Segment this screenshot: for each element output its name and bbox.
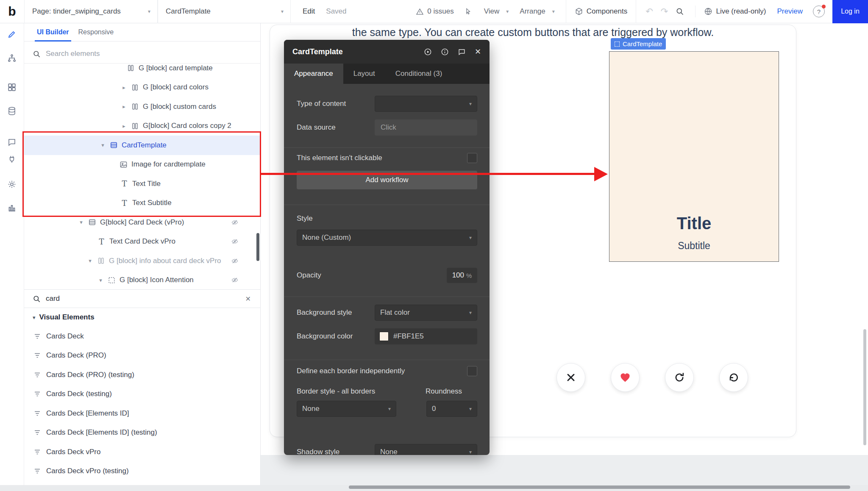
tree-item[interactable]: ▾ G [block] info about card deck vPro — [24, 251, 260, 271]
hidden-eye-icon[interactable] — [231, 258, 239, 264]
opacity-input[interactable]: 100 % — [447, 268, 477, 283]
element-search-input[interactable] — [46, 294, 240, 303]
property-editor-titlebar[interactable]: CardTemplate ✕ — [284, 40, 490, 64]
list-item[interactable]: Cards Deck vPro (testing) — [24, 462, 260, 481]
caret-right-icon[interactable]: ▸ — [121, 123, 127, 129]
tree-item[interactable]: T Text Subtitle — [24, 194, 260, 213]
styles-chat-icon[interactable] — [8, 138, 17, 147]
caret-down-icon[interactable]: ▾ — [78, 219, 84, 225]
type-of-content-dropdown[interactable]: ▾ — [375, 96, 477, 112]
tab-layout[interactable]: Layout — [343, 64, 385, 84]
cardtemplate-element[interactable]: Title Subtitle — [609, 51, 779, 262]
list-item[interactable]: Cards Deck [Elements ID] (testing) — [24, 423, 260, 443]
clickable-checkbox[interactable] — [467, 153, 477, 163]
card-subtitle-text[interactable]: Subtitle — [609, 240, 779, 252]
roundness-dropdown[interactable]: 0 ▾ — [426, 401, 477, 417]
tree-scrollbar[interactable] — [256, 233, 259, 261]
comment-icon[interactable] — [458, 48, 466, 56]
issues-indicator[interactable]: 0 issues — [416, 7, 453, 16]
top-bar-right: 0 issues View ▾ Arrange ▾ Components — [416, 0, 868, 23]
design-pencil-icon[interactable] — [8, 30, 17, 39]
card-title-text[interactable]: Title — [609, 215, 779, 232]
tree-item[interactable]: ▾ G[block] Card Deck (vPro) — [24, 213, 260, 232]
shadow-style-dropdown[interactable]: None ▾ — [375, 444, 477, 455]
page-selector[interactable]: Page: tinder_swiping_cards ▾ — [24, 0, 158, 23]
settings-gear-icon[interactable] — [8, 180, 17, 189]
list-item-label: Cards Deck vPro (testing) — [46, 467, 129, 475]
hidden-eye-icon[interactable] — [231, 238, 239, 245]
rewind-button[interactable] — [719, 363, 748, 392]
help-label: ? — [817, 8, 821, 15]
list-item[interactable]: Cards Deck (testing) — [24, 385, 260, 404]
caret-down-icon: ▾ — [33, 314, 36, 321]
tab-responsive[interactable]: Responsive — [74, 23, 119, 41]
rows-container-icon — [88, 218, 96, 226]
hidden-eye-icon[interactable] — [231, 277, 239, 283]
list-item[interactable]: Cards Deck (PRO) — [24, 346, 260, 366]
undo-icon[interactable]: ↶ — [645, 6, 653, 17]
tree-item-label: Image for cardtemplate — [131, 160, 206, 169]
caret-down-icon[interactable]: ▾ — [100, 142, 106, 148]
tab-appearance[interactable]: Appearance — [284, 64, 343, 84]
hidden-eye-icon[interactable] — [231, 219, 239, 226]
tree-item-label: Text Subtitle — [132, 199, 172, 207]
tab-ui-builder[interactable]: UI Builder — [32, 23, 74, 41]
arrange-menu[interactable]: Arrange ▾ — [520, 7, 555, 16]
style-dropdown[interactable]: None (Custom) ▾ — [297, 230, 477, 246]
tree-item-cardtemplate-selected[interactable]: ▾ CardTemplate — [24, 136, 260, 155]
login-button[interactable]: Log in — [832, 0, 868, 23]
color-swatch[interactable] — [379, 332, 389, 341]
edit-menu[interactable]: Edit — [303, 7, 315, 16]
tree-item[interactable]: T Text Title — [24, 174, 260, 194]
border-independent-checkbox[interactable] — [467, 366, 477, 376]
list-item[interactable]: Cards Deck (PRO) (testing) — [24, 365, 260, 385]
plugins-icon[interactable] — [8, 155, 17, 164]
cards-deck-icon — [33, 352, 41, 359]
tree-item[interactable]: ▸ G [block] card colors — [24, 78, 260, 97]
info-icon[interactable] — [441, 48, 449, 56]
list-item[interactable]: Cards Deck — [24, 327, 260, 346]
tree-item[interactable]: Image for cardtemplate — [24, 155, 260, 175]
tree-item[interactable]: ▸ G[block] Card colors copy 2 — [24, 117, 260, 136]
redo-icon[interactable]: ↷ — [661, 6, 668, 17]
caret-down-icon[interactable]: ▾ — [87, 258, 93, 264]
dismiss-button[interactable] — [556, 363, 585, 392]
element-selector[interactable]: CardTemplate ▾ — [158, 0, 291, 23]
database-icon[interactable] — [8, 107, 17, 116]
refresh-button[interactable] — [665, 363, 694, 392]
list-item[interactable]: Cards Deck [Elements ID] — [24, 404, 260, 423]
add-workflow-button[interactable]: Add workflow — [297, 171, 477, 189]
visual-elements-header[interactable]: ▾ Visual Elements — [24, 308, 260, 327]
canvas-vertical-scrollbar[interactable] — [863, 329, 866, 445]
caret-right-icon[interactable]: ▸ — [121, 103, 127, 110]
run-play-icon[interactable] — [424, 48, 432, 56]
logs-chart-icon[interactable] — [8, 204, 17, 213]
tree-item[interactable]: ▸ G [block] custom cards — [24, 97, 260, 117]
data-source-field[interactable]: Click — [375, 119, 477, 136]
view-menu[interactable]: View ▾ — [484, 7, 509, 16]
tree-item[interactable]: ▾ G [block] Icon Attention — [24, 271, 260, 290]
search-button[interactable] — [676, 7, 684, 16]
tree-item[interactable]: T Text Card Deck vPro — [24, 232, 260, 252]
close-icon[interactable]: ✕ — [475, 47, 481, 56]
workflow-tree-icon[interactable] — [8, 54, 17, 63]
horizontal-scrollbar[interactable] — [349, 485, 850, 489]
clear-search-icon[interactable]: ✕ — [245, 295, 251, 303]
like-button[interactable] — [611, 363, 640, 392]
preview-link[interactable]: Preview — [777, 7, 803, 16]
top-bar: b Page: tinder_swiping_cards ▾ CardTempl… — [0, 0, 868, 23]
tab-conditional[interactable]: Conditional (3) — [385, 64, 453, 84]
list-item[interactable]: Cards Deck vPro — [24, 442, 260, 462]
background-color-field[interactable]: #FBF1E5 — [375, 328, 477, 344]
select-tool[interactable] — [465, 8, 473, 16]
caret-right-icon[interactable]: ▸ — [121, 84, 127, 91]
border-style-dropdown[interactable]: None ▾ — [297, 401, 396, 417]
layout-grid-icon[interactable] — [8, 83, 17, 92]
caret-down-icon[interactable]: ▾ — [97, 277, 104, 283]
search-elements-input[interactable] — [46, 50, 260, 58]
help-button[interactable]: ? — [813, 6, 825, 17]
chevron-down-icon: ▾ — [469, 101, 472, 107]
background-style-dropdown[interactable]: Flat color ▾ — [375, 305, 477, 321]
live-status[interactable]: Live (read-only) — [704, 7, 766, 16]
components-button[interactable]: Components — [566, 0, 636, 23]
